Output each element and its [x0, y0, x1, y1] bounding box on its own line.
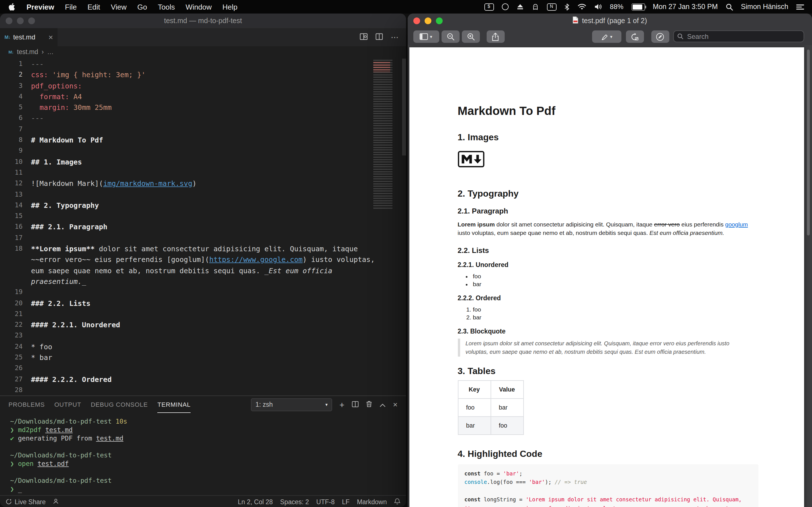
bluetooth-icon[interactable] — [564, 3, 569, 10]
editor-line[interactable]: 27#### 2.2.2. Ordered — [0, 374, 372, 385]
maximize-panel-icon[interactable] — [379, 399, 386, 409]
status-item[interactable]: Markdown — [357, 499, 387, 505]
battery-icon[interactable] — [631, 3, 645, 10]
tab-test-md[interactable]: M↓ test.md × — [0, 28, 57, 46]
zoom-in-button[interactable] — [462, 31, 479, 43]
editor-line[interactable]: ~~error vero~~ eius perferendis [googlum… — [0, 255, 372, 265]
user-name[interactable]: Simon Hänisch — [741, 3, 788, 11]
panel-tab-terminal[interactable]: TERMINAL — [157, 396, 191, 413]
editor-line[interactable]: 28 — [0, 385, 372, 395]
status-item[interactable]: Spaces: 2 — [280, 499, 309, 505]
terminal-shell-dropdown[interactable]: 1: zsh ▾ — [251, 398, 332, 411]
editor-line[interactable]: eum saepe quae nemo et ab, nostrum debit… — [0, 265, 372, 276]
code-editor[interactable]: 1---2css: 'img { height: 3em; }'3pdf_opt… — [0, 57, 406, 395]
kill-terminal-icon[interactable] — [366, 399, 372, 409]
editor-line[interactable]: 21 — [0, 309, 372, 320]
editor-line[interactable]: 26 — [0, 363, 372, 374]
live-share-button[interactable]: Live Share — [6, 498, 46, 506]
sidebar-toggle-button[interactable]: ▾ — [413, 31, 439, 43]
menu-window[interactable]: Window — [186, 3, 212, 11]
spotlight-search-icon[interactable] — [726, 3, 733, 10]
minimize-window-button[interactable] — [424, 17, 431, 24]
editor-line[interactable]: 20### 2.2. Lists — [0, 298, 372, 309]
split-editor-icon[interactable] — [375, 32, 383, 42]
split-terminal-icon[interactable] — [352, 399, 359, 409]
editor-line[interactable]: 14## 2. Typography — [0, 200, 372, 211]
editor-line[interactable]: 11 — [0, 167, 372, 178]
new-terminal-icon[interactable]: + — [340, 400, 345, 409]
zoom-window-button[interactable] — [436, 17, 442, 24]
menu-file[interactable]: File — [65, 3, 77, 11]
close-panel-icon[interactable]: × — [393, 400, 398, 409]
panel-tab-problems[interactable]: PROBLEMS — [8, 396, 45, 413]
volume-icon[interactable] — [594, 3, 602, 10]
editor-line[interactable]: 1--- — [0, 59, 372, 69]
status-item[interactable]: UTF-8 — [316, 499, 335, 505]
circle-icon[interactable] — [502, 3, 508, 10]
editor-line[interactable]: 10## 1. Images — [0, 156, 372, 167]
editor-line[interactable]: 3pdf_options: — [0, 80, 372, 91]
open-preview-icon[interactable] — [360, 32, 368, 42]
battery-percent[interactable]: 88% — [610, 3, 623, 11]
editor-line[interactable]: praesentium._ — [0, 276, 372, 287]
editor-line[interactable]: 12![Markdown Mark](img/markdown-mark.svg… — [0, 178, 372, 189]
link-text[interactable]: googlum — [725, 221, 748, 227]
minimize-window-button[interactable] — [17, 17, 24, 24]
notifications-bell-icon[interactable] — [394, 498, 400, 506]
menu-help[interactable]: Help — [222, 3, 238, 11]
ghost-icon[interactable] — [531, 3, 539, 10]
menu-list-icon[interactable] — [796, 4, 804, 10]
editor-line[interactable]: 2css: 'img { height: 3em; }' — [0, 69, 372, 80]
editor-line[interactable]: 25* bar — [0, 352, 372, 363]
close-window-button[interactable] — [413, 17, 420, 24]
editor-line[interactable]: 15 — [0, 211, 372, 222]
editor-line[interactable]: 4 format: A4 — [0, 91, 372, 102]
menu-bar-clock[interactable]: Mon 27 Jan 3:50 PM — [653, 3, 718, 11]
editor-line[interactable]: 7 — [0, 124, 372, 135]
more-actions-icon[interactable]: ⋯ — [391, 33, 399, 42]
breadcrumb-file[interactable]: test.md — [17, 48, 38, 55]
search-field[interactable] — [673, 31, 804, 42]
wifi-icon[interactable] — [577, 3, 586, 10]
zoom-window-button[interactable] — [28, 17, 35, 24]
rotate-button[interactable] — [626, 31, 644, 43]
menu-edit[interactable]: Edit — [87, 3, 100, 11]
search-input[interactable] — [686, 32, 800, 41]
editor-line[interactable]: 13 — [0, 189, 372, 200]
stats-dollar-icon[interactable]: $ — [484, 3, 494, 10]
eject-icon[interactable] — [516, 3, 523, 10]
person-icon[interactable] — [53, 499, 59, 505]
breadcrumb-more[interactable]: … — [47, 48, 54, 55]
editor-line[interactable]: 24* foo — [0, 341, 372, 352]
zoom-out-button[interactable] — [441, 31, 459, 43]
menu-view[interactable]: View — [111, 3, 126, 11]
menu-go[interactable]: Go — [137, 3, 147, 11]
editor-line[interactable]: 16### 2.1. Paragraph — [0, 222, 372, 233]
active-app-name[interactable]: Preview — [27, 3, 54, 11]
minimap[interactable] — [373, 60, 402, 210]
link-text[interactable]: https://www.google.com — [209, 256, 303, 264]
editor-line[interactable]: 5 margin: 30mm 25mm — [0, 102, 372, 113]
editor-scrollbar[interactable] — [402, 59, 406, 156]
editor-line[interactable]: 18**Lorem ipsum** dolor sit amet consect… — [0, 243, 372, 255]
editor-line[interactable]: 6--- — [0, 113, 372, 124]
editor-line[interactable]: 19 — [0, 287, 372, 298]
link-text[interactable]: img/markdown-mark.svg — [103, 179, 192, 188]
editor-line[interactable]: 9 — [0, 146, 372, 157]
editor-line[interactable]: 8# Markdown To Pdf — [0, 135, 372, 146]
terminal-output[interactable]: ~/Downloads/md-to-pdf-test 10s❯ md2pdf t… — [0, 413, 406, 495]
panel-tab-debug-console[interactable]: DEBUG CONSOLE — [91, 396, 148, 413]
preview-scrollbar[interactable] — [807, 50, 810, 235]
close-window-button[interactable] — [6, 17, 12, 24]
letter-n-icon[interactable]: N — [547, 3, 556, 10]
highlight-button[interactable]: ▾ — [592, 31, 621, 43]
editor-line[interactable]: 23 — [0, 330, 372, 341]
markup-toolbar-button[interactable] — [651, 31, 669, 43]
tab-close-icon[interactable]: × — [49, 33, 53, 41]
panel-tab-output[interactable]: OUTPUT — [54, 396, 81, 413]
share-button[interactable] — [486, 31, 504, 43]
status-item[interactable]: Ln 2, Col 28 — [238, 499, 273, 505]
status-item[interactable]: LF — [342, 499, 350, 505]
menu-tools[interactable]: Tools — [158, 3, 175, 11]
apple-menu-icon[interactable] — [8, 2, 16, 11]
